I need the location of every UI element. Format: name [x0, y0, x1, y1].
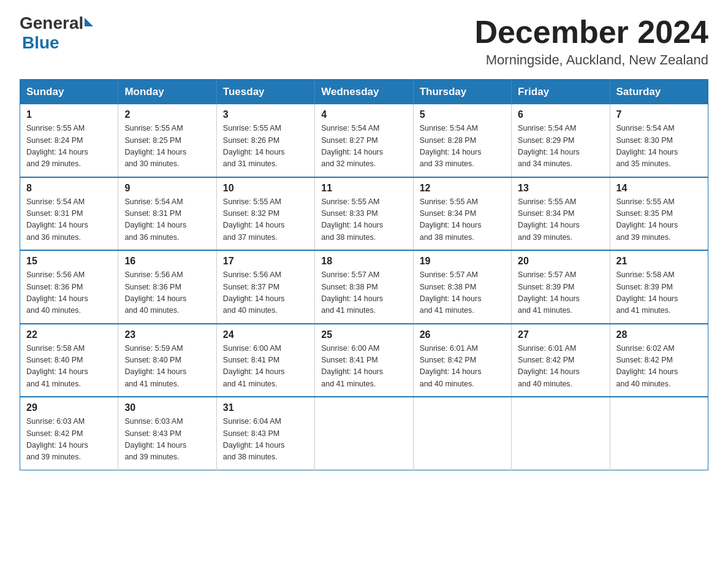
day-info: Sunrise: 6:01 AMSunset: 8:42 PMDaylight:…	[420, 343, 505, 391]
day-number: 30	[124, 402, 210, 413]
table-row: 26Sunrise: 6:01 AMSunset: 8:42 PMDayligh…	[413, 324, 511, 397]
day-number: 18	[321, 256, 406, 267]
day-info: Sunrise: 5:56 AMSunset: 8:36 PMDaylight:…	[124, 269, 210, 317]
day-number: 25	[321, 329, 406, 340]
day-info: Sunrise: 5:54 AMSunset: 8:31 PMDaylight:…	[124, 196, 210, 244]
day-info: Sunrise: 5:55 AMSunset: 8:26 PMDaylight:…	[223, 123, 308, 170]
table-row: 21Sunrise: 5:58 AMSunset: 8:39 PMDayligh…	[610, 250, 708, 324]
day-info: Sunrise: 5:57 AMSunset: 8:38 PMDaylight:…	[420, 269, 505, 317]
calendar-week-row: 15Sunrise: 5:56 AMSunset: 8:36 PMDayligh…	[20, 250, 708, 324]
day-number: 22	[26, 329, 112, 340]
day-info: Sunrise: 5:55 AMSunset: 8:25 PMDaylight:…	[124, 123, 210, 170]
day-info: Sunrise: 5:55 AMSunset: 8:32 PMDaylight:…	[223, 196, 308, 244]
day-info: Sunrise: 5:54 AMSunset: 8:29 PMDaylight:…	[518, 123, 603, 170]
day-info: Sunrise: 5:55 AMSunset: 8:35 PMDaylight:…	[616, 196, 702, 244]
table-row: 6Sunrise: 5:54 AMSunset: 8:29 PMDaylight…	[512, 104, 610, 177]
table-row: 25Sunrise: 6:00 AMSunset: 8:41 PMDayligh…	[315, 324, 413, 397]
table-row: 2Sunrise: 5:55 AMSunset: 8:25 PMDaylight…	[118, 104, 216, 177]
day-info: Sunrise: 5:59 AMSunset: 8:40 PMDaylight:…	[124, 343, 210, 391]
col-sunday: Sunday	[20, 80, 118, 105]
table-row: 18Sunrise: 5:57 AMSunset: 8:38 PMDayligh…	[315, 250, 413, 324]
day-info: Sunrise: 5:58 AMSunset: 8:39 PMDaylight:…	[616, 269, 702, 317]
day-number: 19	[420, 256, 505, 267]
table-row: 4Sunrise: 5:54 AMSunset: 8:27 PMDaylight…	[315, 104, 413, 177]
day-info: Sunrise: 6:00 AMSunset: 8:41 PMDaylight:…	[321, 343, 406, 391]
day-number: 5	[420, 109, 505, 120]
day-number: 27	[518, 329, 603, 340]
table-row: 14Sunrise: 5:55 AMSunset: 8:35 PMDayligh…	[610, 177, 708, 251]
table-row: 13Sunrise: 5:55 AMSunset: 8:34 PMDayligh…	[512, 177, 610, 251]
day-info: Sunrise: 5:55 AMSunset: 8:34 PMDaylight:…	[420, 196, 505, 244]
logo-general-text: General	[20, 15, 83, 32]
logo-blue-text: Blue	[22, 33, 59, 53]
day-info: Sunrise: 6:00 AMSunset: 8:41 PMDaylight:…	[223, 343, 308, 391]
location-subtitle: Morningside, Auckland, New Zealand	[474, 52, 708, 68]
table-row: 10Sunrise: 5:55 AMSunset: 8:32 PMDayligh…	[216, 177, 314, 251]
day-info: Sunrise: 5:55 AMSunset: 8:33 PMDaylight:…	[321, 196, 406, 244]
calendar-table: Sunday Monday Tuesday Wednesday Thursday…	[20, 79, 708, 470]
day-info: Sunrise: 5:54 AMSunset: 8:28 PMDaylight:…	[420, 123, 505, 170]
day-info: Sunrise: 5:58 AMSunset: 8:40 PMDaylight:…	[26, 343, 112, 391]
day-number: 17	[223, 256, 308, 267]
table-row: 19Sunrise: 5:57 AMSunset: 8:38 PMDayligh…	[413, 250, 511, 324]
table-row: 20Sunrise: 5:57 AMSunset: 8:39 PMDayligh…	[512, 250, 610, 324]
table-row: 27Sunrise: 6:01 AMSunset: 8:42 PMDayligh…	[512, 324, 610, 397]
col-saturday: Saturday	[610, 80, 708, 105]
day-number: 2	[124, 109, 210, 120]
table-row: 31Sunrise: 6:04 AMSunset: 8:43 PMDayligh…	[216, 397, 314, 470]
calendar-header-row: Sunday Monday Tuesday Wednesday Thursday…	[20, 80, 708, 105]
day-number: 7	[616, 109, 702, 120]
calendar-week-row: 29Sunrise: 6:03 AMSunset: 8:42 PMDayligh…	[20, 397, 708, 470]
day-number: 29	[26, 402, 112, 413]
day-info: Sunrise: 5:54 AMSunset: 8:27 PMDaylight:…	[321, 123, 406, 170]
day-number: 23	[124, 329, 210, 340]
table-row: 16Sunrise: 5:56 AMSunset: 8:36 PMDayligh…	[118, 250, 216, 324]
table-row	[413, 397, 511, 470]
table-row: 3Sunrise: 5:55 AMSunset: 8:26 PMDaylight…	[216, 104, 314, 177]
table-row: 8Sunrise: 5:54 AMSunset: 8:31 PMDaylight…	[20, 177, 118, 251]
col-thursday: Thursday	[413, 80, 511, 105]
col-wednesday: Wednesday	[315, 80, 413, 105]
day-number: 28	[616, 329, 702, 340]
day-number: 3	[223, 109, 308, 120]
table-row	[315, 397, 413, 470]
day-number: 9	[124, 183, 210, 194]
table-row: 5Sunrise: 5:54 AMSunset: 8:28 PMDaylight…	[413, 104, 511, 177]
col-monday: Monday	[118, 80, 216, 105]
day-info: Sunrise: 6:01 AMSunset: 8:42 PMDaylight:…	[518, 343, 603, 391]
day-info: Sunrise: 5:56 AMSunset: 8:37 PMDaylight:…	[223, 269, 308, 317]
day-info: Sunrise: 5:57 AMSunset: 8:39 PMDaylight:…	[518, 269, 603, 317]
col-friday: Friday	[512, 80, 610, 105]
day-number: 4	[321, 109, 406, 120]
day-number: 10	[223, 183, 308, 194]
day-info: Sunrise: 5:57 AMSunset: 8:38 PMDaylight:…	[321, 269, 406, 317]
day-info: Sunrise: 5:56 AMSunset: 8:36 PMDaylight:…	[26, 269, 112, 317]
logo-arrow-icon	[85, 18, 93, 26]
table-row: 1Sunrise: 5:55 AMSunset: 8:24 PMDaylight…	[20, 104, 118, 177]
calendar-week-row: 8Sunrise: 5:54 AMSunset: 8:31 PMDaylight…	[20, 177, 708, 251]
table-row: 15Sunrise: 5:56 AMSunset: 8:36 PMDayligh…	[20, 250, 118, 324]
logo: General Blue	[20, 15, 93, 53]
calendar-week-row: 1Sunrise: 5:55 AMSunset: 8:24 PMDaylight…	[20, 104, 708, 177]
day-number: 20	[518, 256, 603, 267]
table-row: 30Sunrise: 6:03 AMSunset: 8:43 PMDayligh…	[118, 397, 216, 470]
day-number: 11	[321, 183, 406, 194]
day-info: Sunrise: 5:54 AMSunset: 8:30 PMDaylight:…	[616, 123, 702, 170]
day-info: Sunrise: 5:54 AMSunset: 8:31 PMDaylight:…	[26, 196, 112, 244]
day-number: 13	[518, 183, 603, 194]
day-info: Sunrise: 6:04 AMSunset: 8:43 PMDaylight:…	[223, 416, 308, 464]
day-number: 12	[420, 183, 505, 194]
calendar-week-row: 22Sunrise: 5:58 AMSunset: 8:40 PMDayligh…	[20, 324, 708, 397]
day-number: 8	[26, 183, 112, 194]
title-section: December 2024 Morningside, Auckland, New…	[474, 15, 708, 68]
table-row: 28Sunrise: 6:02 AMSunset: 8:42 PMDayligh…	[610, 324, 708, 397]
table-row: 29Sunrise: 6:03 AMSunset: 8:42 PMDayligh…	[20, 397, 118, 470]
table-row: 7Sunrise: 5:54 AMSunset: 8:30 PMDaylight…	[610, 104, 708, 177]
table-row: 24Sunrise: 6:00 AMSunset: 8:41 PMDayligh…	[216, 324, 314, 397]
table-row: 12Sunrise: 5:55 AMSunset: 8:34 PMDayligh…	[413, 177, 511, 251]
day-info: Sunrise: 5:55 AMSunset: 8:34 PMDaylight:…	[518, 196, 603, 244]
day-info: Sunrise: 6:02 AMSunset: 8:42 PMDaylight:…	[616, 343, 702, 391]
day-number: 14	[616, 183, 702, 194]
day-number: 31	[223, 402, 308, 413]
day-number: 15	[26, 256, 112, 267]
